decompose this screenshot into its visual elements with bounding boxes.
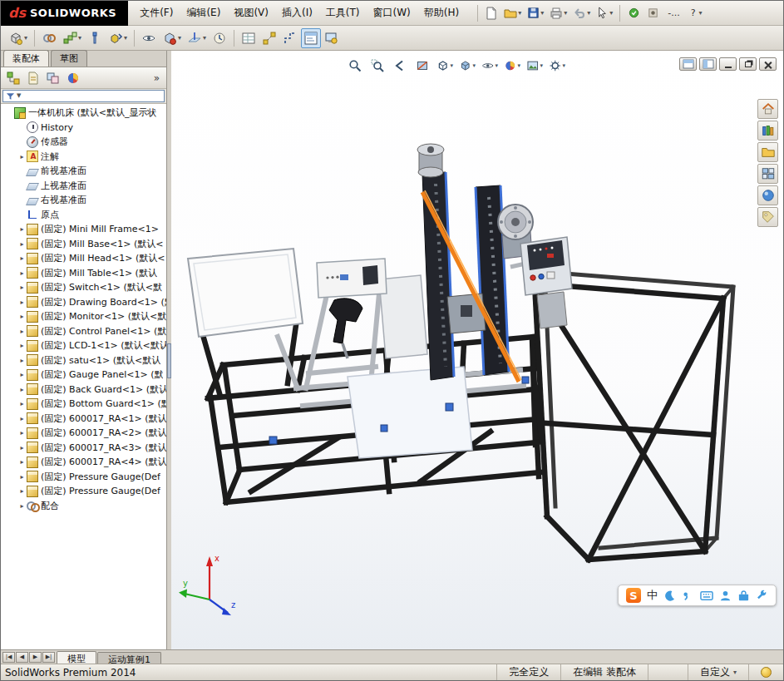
menu-item[interactable]: 帮助(H) — [417, 2, 466, 23]
tree-item[interactable]: ▸ (固定) 600017_RA<3> (默认 — [1, 441, 166, 456]
solidworks-resources-tab[interactable] — [757, 99, 778, 119]
expand-arrow-icon[interactable]: ▸ — [17, 487, 27, 495]
close-button[interactable] — [759, 57, 777, 71]
minimize-button[interactable] — [719, 57, 737, 71]
smart-fasteners-button[interactable] — [85, 28, 105, 48]
tree-item[interactable]: 原点 — [1, 208, 166, 223]
tree-item[interactable]: ▸ (固定) Drawing Board<1> (默 — [1, 295, 166, 310]
show-hidden-components-button[interactable] — [139, 28, 159, 48]
tree-item[interactable]: ▸ (固定) Switch<1> (默认<默 — [1, 280, 166, 295]
move-component-button[interactable]: ▾ — [106, 28, 130, 48]
sogou-logo[interactable]: S — [626, 588, 641, 603]
ime-punctuation-icon[interactable] — [682, 590, 694, 602]
tree-item[interactable]: ▸ (固定) Bottom Guard<1> (默 — [1, 397, 166, 412]
expand-arrow-icon[interactable]: ▸ — [17, 342, 27, 349]
expand-arrow-icon[interactable]: ▸ — [17, 313, 27, 320]
tree-item[interactable]: 右视基准面 — [1, 193, 166, 208]
file-explorer-tab[interactable] — [757, 142, 778, 162]
previous-view-button[interactable] — [391, 57, 409, 74]
tree-item[interactable]: 上视基准面 — [1, 179, 166, 194]
menu-item[interactable]: 文件(F) — [133, 2, 180, 23]
help-button[interactable]: ?▾ — [686, 3, 705, 23]
zoom-fit-button[interactable] — [346, 57, 364, 74]
property-manager-tab[interactable] — [25, 70, 42, 86]
feature-tree-tab[interactable] — [5, 70, 22, 86]
toolbar-overflow-button[interactable]: -... — [663, 3, 684, 23]
expand-arrow-icon[interactable]: ▸ — [17, 371, 27, 378]
new-motion-study-button[interactable] — [210, 28, 229, 48]
new-document-button[interactable] — [482, 3, 500, 23]
rebuild-button[interactable] — [624, 3, 643, 23]
configuration-manager-tab[interactable] — [45, 70, 62, 86]
tab-nav-arrow-button[interactable]: ◀ — [16, 652, 28, 663]
expand-arrow-icon[interactable]: ▸ — [17, 386, 27, 393]
tree-item[interactable]: ▸ (固定) Pressure Gauge(Def — [1, 470, 166, 485]
print-button[interactable]: ▾ — [547, 3, 570, 23]
panel-overflow-chevron[interactable]: » — [154, 72, 162, 84]
panel-tab[interactable]: 草图 — [51, 50, 87, 67]
expand-arrow-icon[interactable]: ▸ — [17, 473, 27, 481]
edit-appearance-button[interactable] — [503, 57, 521, 74]
expand-arrow-icon[interactable]: ▸ — [17, 254, 27, 262]
ime-toolbar[interactable]: S 中 — [618, 585, 777, 606]
study-tab[interactable]: 模型 — [57, 651, 96, 664]
expand-arrow-icon[interactable]: ▸ — [17, 328, 27, 335]
status-custom-dropdown[interactable]: 自定义 ▾ — [688, 664, 748, 680]
menu-item[interactable]: 插入(I) — [275, 2, 319, 23]
open-button[interactable]: ▾ — [501, 3, 524, 23]
menu-item[interactable]: 工具(T) — [319, 2, 367, 23]
expand-arrow-icon[interactable]: ▸ — [17, 357, 27, 364]
menu-item[interactable]: 编辑(E) — [180, 2, 227, 23]
bill-of-materials-button[interactable] — [239, 28, 259, 48]
view-palette-tab[interactable] — [757, 164, 778, 184]
large-design-review-button[interactable] — [322, 28, 342, 48]
tree-item[interactable]: ▸ (固定) 600017_RA<2> (默认 — [1, 426, 166, 441]
tree-filter-input[interactable]: ▼ — [2, 90, 165, 102]
split-vertical-button[interactable] — [699, 57, 717, 71]
split-horizontal-button[interactable] — [679, 57, 697, 71]
insert-components-button[interactable]: ▾ — [6, 28, 30, 48]
ime-user-icon[interactable] — [719, 590, 732, 602]
tree-item[interactable]: ▸ (固定) 600017_RA<4> (默认 — [1, 455, 166, 470]
tree-item[interactable]: ▸ (固定) Mill Table<1> (默认 — [1, 266, 166, 281]
ime-toolbox-icon[interactable] — [737, 590, 750, 602]
expand-arrow-icon[interactable]: ▸ — [17, 225, 27, 233]
tree-item[interactable]: 传感器 — [1, 135, 166, 150]
restore-button[interactable] — [739, 57, 757, 71]
tree-item[interactable]: ▸ (固定) Mill Base<1> (默认< — [1, 237, 166, 252]
expand-arrow-icon[interactable]: ▸ — [17, 458, 27, 466]
graphics-area[interactable]: x y z S 中 — [171, 51, 783, 649]
tree-item[interactable]: ▸ (固定) Mini Mill Frame<1> — [1, 222, 166, 237]
assembly-visualization-button[interactable] — [301, 28, 321, 48]
ime-wrench-icon[interactable] — [756, 590, 768, 602]
apply-scene-button[interactable] — [525, 57, 544, 74]
tree-item[interactable]: ▸ (固定) Back Guard<1> (默认 — [1, 382, 166, 397]
design-library-tab[interactable] — [757, 121, 778, 141]
expand-arrow-icon[interactable]: ▸ — [17, 299, 27, 306]
tree-item[interactable]: ▸ (固定) Pressure Gauge(Def — [1, 484, 166, 499]
tree-item[interactable]: History — [1, 121, 166, 136]
select-button[interactable]: ▾ — [594, 3, 615, 23]
save-button[interactable]: ▾ — [525, 3, 546, 23]
undo-button[interactable]: ▾ — [570, 3, 593, 23]
assembly-features-button[interactable]: ▾ — [160, 28, 184, 48]
linear-component-pattern-button[interactable]: ▾ — [60, 28, 84, 48]
tree-item[interactable]: 前视基准面 — [1, 164, 166, 179]
tree-item[interactable]: ▸ (固定) 600017_RA<1> (默认 — [1, 412, 166, 427]
view-orientation-button[interactable] — [436, 57, 454, 74]
expand-arrow-icon[interactable]: ▸ — [17, 400, 27, 407]
view-settings-button[interactable] — [548, 57, 566, 74]
3d-assembly-model[interactable] — [171, 51, 783, 649]
ime-fullwidth-moon-icon[interactable] — [663, 590, 676, 602]
menu-item[interactable]: 视图(V) — [227, 2, 275, 23]
display-style-button[interactable] — [458, 57, 476, 74]
quick-tips-segment[interactable] — [748, 664, 783, 680]
tab-nav-arrow-button[interactable]: ▶ — [29, 652, 42, 663]
expand-arrow-icon[interactable]: ▸ — [17, 153, 27, 160]
expand-arrow-icon[interactable]: ▸ — [17, 429, 27, 437]
tree-item[interactable]: 一体机机床 (默认<默认_显示状 — [1, 106, 166, 121]
tree-item[interactable]: ▸ (固定) Mill Head<1> (默认< — [1, 251, 166, 266]
custom-properties-tab[interactable] — [757, 207, 778, 227]
expand-arrow-icon[interactable]: ▸ — [17, 284, 27, 291]
expand-arrow-icon[interactable]: ▸ — [17, 415, 27, 422]
